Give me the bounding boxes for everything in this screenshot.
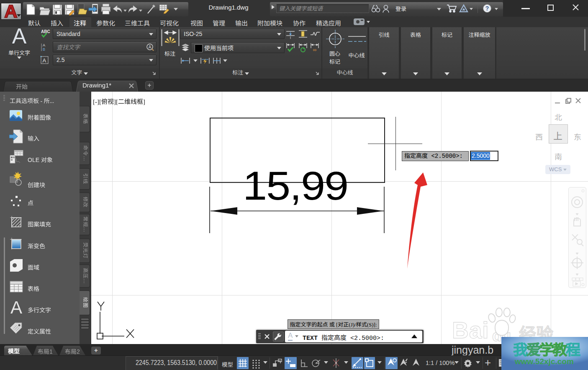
svg-text:ABC: ABC <box>41 29 50 34</box>
svg-text:B: B <box>43 47 45 51</box>
svg-text:A: A <box>149 45 151 49</box>
svg-text:∞: ∞ <box>313 47 317 53</box>
svg-text:?: ? <box>485 5 489 12</box>
svg-text:A: A <box>43 57 46 64</box>
svg-text:A: A <box>43 43 45 47</box>
